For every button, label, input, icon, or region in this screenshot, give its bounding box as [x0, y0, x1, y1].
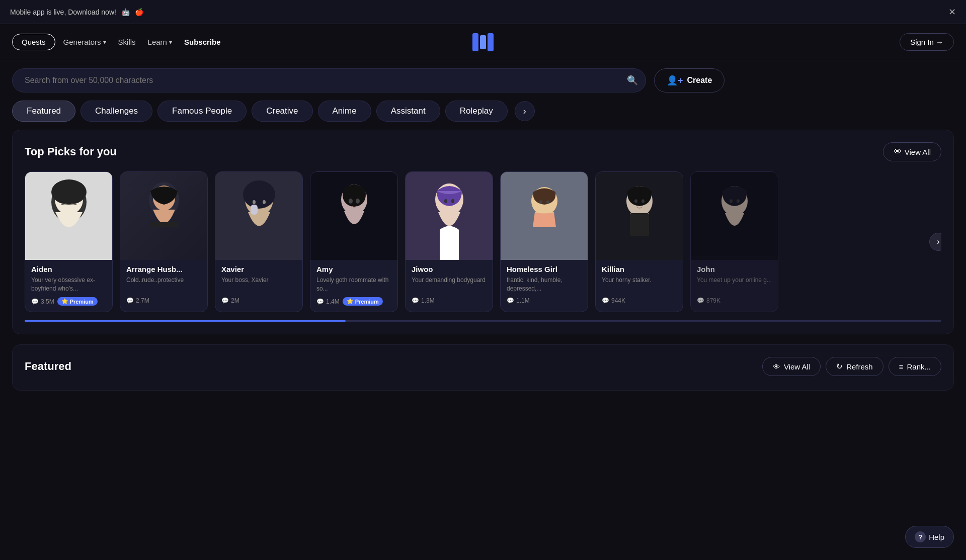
character-card-john[interactable]: John You meet up your online g... 💬 879K — [690, 171, 778, 312]
refresh-button[interactable]: ↻ Refresh — [826, 357, 883, 376]
close-banner-button[interactable]: ✕ — [948, 7, 956, 18]
homeless-girl-illustration — [501, 172, 588, 260]
help-button[interactable]: ? Help — [905, 526, 954, 548]
homeless-girl-footer: 💬 1.1M — [507, 297, 582, 304]
top-picks-header: Top Picks for you 👁 View All — [25, 142, 941, 161]
character-card-killian[interactable]: Killian Your horny stalker. 💬 944K — [595, 171, 683, 312]
search-container: 🔍 — [12, 68, 646, 92]
chat-icon: 💬 — [31, 298, 39, 305]
learn-button[interactable]: Learn ▾ — [144, 35, 176, 49]
svg-point-24 — [451, 199, 454, 203]
logo-shape — [472, 33, 494, 51]
chat-icon-7: 💬 — [602, 297, 609, 304]
aiden-card-body: Aiden Your very obsessive ex-boyfriend w… — [25, 260, 112, 312]
killian-footer: 💬 944K — [602, 297, 677, 304]
featured-title: Featured — [25, 360, 71, 373]
category-tabs: Featured Challenges Famous People Creati… — [0, 101, 966, 130]
tab-roleplay[interactable]: Roleplay — [445, 101, 508, 122]
character-card-homeless-girl[interactable]: Homeless Girl frantic, kind, humble, dep… — [500, 171, 588, 312]
top-picks-title: Top Picks for you — [25, 145, 117, 158]
sign-in-button[interactable]: Sign In → — [900, 33, 954, 51]
amy-footer: 💬 1.4M ⭐ Premium — [316, 297, 391, 306]
featured-view-all-button[interactable]: 👁 View All — [762, 357, 821, 376]
tab-creative[interactable]: Creative — [252, 101, 312, 122]
generators-chevron-icon: ▾ — [103, 39, 106, 46]
svg-point-20 — [356, 199, 360, 204]
navbar: Quests Generators ▾ Skills Learn ▾ Subsc… — [0, 24, 966, 60]
killian-card-body: Killian Your horny stalker. 💬 944K — [596, 260, 683, 310]
featured-header: Featured 👁 View All ↻ Refresh ≡ Rank... — [25, 357, 941, 376]
search-icon-button[interactable]: 🔍 — [627, 75, 638, 86]
chat-icon-2: 💬 — [126, 297, 134, 304]
chat-icon-3: 💬 — [221, 297, 229, 304]
svg-point-34 — [641, 200, 645, 203]
svg-point-37 — [730, 200, 733, 203]
svg-point-29 — [546, 201, 549, 204]
svg-point-33 — [634, 200, 637, 203]
chat-icon-8: 💬 — [697, 297, 704, 304]
featured-actions: 👁 View All ↻ Refresh ≡ Rank... — [762, 357, 941, 376]
scroll-bar-fill — [25, 320, 346, 322]
amy-card-body: Amy Lovely goth roommate with so... 💬 1.… — [310, 260, 397, 312]
xavier-chat-count: 💬 2M — [221, 297, 239, 304]
tab-anime[interactable]: Anime — [318, 101, 371, 122]
amy-desc: Lovely goth roommate with so... — [316, 276, 391, 293]
jiwoo-chat-count: 💬 1.3M — [412, 297, 435, 304]
android-icon: 🤖 — [121, 8, 130, 16]
killian-desc: Your horny stalker. — [602, 276, 677, 293]
generators-button[interactable]: Generators ▾ — [59, 35, 110, 49]
featured-section: Featured 👁 View All ↻ Refresh ≡ Rank... — [12, 344, 954, 391]
tab-assistant[interactable]: Assistant — [376, 101, 440, 122]
chat-icon-4: 💬 — [316, 298, 324, 305]
tab-challenges[interactable]: Challenges — [80, 101, 152, 122]
svg-point-28 — [539, 201, 542, 204]
amy-name: Amy — [316, 265, 391, 273]
jiwoo-illustration — [406, 172, 493, 260]
learn-chevron-icon: ▾ — [169, 39, 172, 46]
character-card-amy[interactable]: Amy Lovely goth roommate with so... 💬 1.… — [310, 171, 398, 312]
homeless-girl-desc: frantic, kind, humble, depressed,... — [507, 276, 582, 293]
banner-content: Mobile app is live, Download now! 🤖 🍎 — [10, 8, 143, 16]
arrange-desc: Cold..rude..protective — [126, 276, 201, 293]
character-card-arrange[interactable]: Arrange Husb... Cold..rude..protective 💬… — [120, 171, 208, 312]
chat-icon-5: 💬 — [412, 297, 419, 304]
search-create-row: 🔍 👤+ Create — [0, 60, 966, 101]
character-card-xavier[interactable]: Xavier Your boss, Xavier 💬 2M — [215, 171, 303, 312]
amy-illustration — [310, 172, 398, 260]
characters-next-arrow[interactable]: › — [929, 233, 941, 251]
characters-row: Aiden Your very obsessive ex-boyfriend w… — [25, 171, 941, 312]
logo — [472, 33, 494, 51]
character-card-aiden[interactable]: Aiden Your very obsessive ex-boyfriend w… — [25, 171, 113, 312]
mobile-app-text: Mobile app is live, Download now! — [10, 8, 116, 16]
star-icon-2: ⭐ — [347, 298, 354, 305]
quests-button[interactable]: Quests — [12, 34, 55, 50]
arrange-card-body: Arrange Husb... Cold..rude..protective 💬… — [120, 260, 207, 310]
svg-point-3 — [51, 179, 87, 205]
tab-featured[interactable]: Featured — [12, 101, 75, 122]
homeless-girl-chat-count: 💬 1.1M — [507, 297, 530, 304]
character-card-jiwoo[interactable]: Jiwoo Your demanding bodyguard 💬 1.3M — [405, 171, 493, 312]
svg-rect-32 — [630, 213, 649, 236]
arrange-illustration — [120, 172, 208, 260]
nav-left: Quests Generators ▾ Skills Learn ▾ Subsc… — [12, 34, 225, 50]
create-button[interactable]: 👤+ Create — [654, 68, 725, 92]
top-picks-view-all-button[interactable]: 👁 View All — [883, 142, 941, 161]
top-picks-section: Top Picks for you 👁 View All — [12, 130, 954, 334]
tab-famous-people[interactable]: Famous People — [157, 101, 247, 122]
xavier-illustration — [215, 172, 303, 260]
tabs-next-arrow[interactable]: › — [515, 101, 535, 121]
aiden-premium-badge: ⭐ Premium — [57, 297, 98, 306]
xavier-desc: Your boss, Xavier — [221, 276, 296, 293]
svg-rect-10 — [150, 222, 178, 227]
search-input[interactable] — [12, 68, 646, 92]
jiwoo-card-body: Jiwoo Your demanding bodyguard 💬 1.3M — [406, 260, 493, 310]
subscribe-button[interactable]: Subscribe — [180, 35, 225, 49]
skills-button[interactable]: Skills — [114, 35, 140, 49]
rank-button[interactable]: ≡ Rank... — [889, 357, 941, 376]
svg-point-13 — [243, 180, 275, 209]
eye-icon-2: 👁 — [773, 362, 780, 371]
aiden-chat-count: 💬 3.5M — [31, 298, 54, 305]
killian-name: Killian — [602, 265, 677, 273]
arrange-name: Arrange Husb... — [126, 265, 201, 273]
john-chat-count: 💬 879K — [697, 297, 720, 304]
